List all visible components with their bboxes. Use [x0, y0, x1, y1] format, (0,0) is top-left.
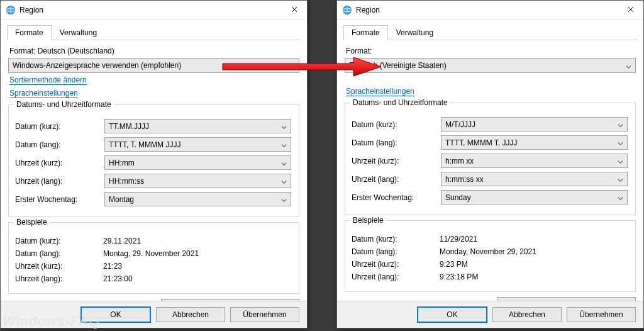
- date-short-value: M/T/JJJJ: [445, 120, 614, 129]
- time-long-label: Uhrzeit (lang):: [352, 175, 440, 184]
- close-icon: [291, 6, 297, 14]
- first-weekday-value: Montag: [109, 195, 277, 204]
- first-weekday-label: Erster Wochentag:: [352, 193, 440, 202]
- date-long-value: TTTT, T. MMMM JJJJ: [109, 140, 277, 149]
- chevron-down-icon: [281, 178, 287, 184]
- chevron-down-icon: [281, 123, 287, 129]
- chevron-down-icon: [618, 158, 623, 164]
- group-legend: Datums- und Uhrzeitformate: [14, 100, 114, 109]
- format-label: Format: Deutsch (Deutschland): [9, 47, 298, 55]
- date-long-value: TTTT, MMMM T, JJJJ: [445, 138, 614, 147]
- ex-time-short-label: Uhrzeit (kurz):: [15, 262, 103, 271]
- time-short-value: HH:mm: [109, 159, 277, 167]
- date-short-dropdown[interactable]: TT.MM.JJJJ: [104, 119, 291, 133]
- dialog-footer: OK Abbrechen Übernehmen: [1, 301, 307, 328]
- time-short-dropdown[interactable]: h:mm xx: [441, 154, 628, 168]
- format-dropdown-value: Englisch (Vereinigte Staaten): [349, 61, 622, 70]
- window-title: Region: [19, 6, 43, 14]
- cancel-button[interactable]: Abbrechen: [492, 307, 562, 322]
- cancel-button[interactable]: Abbrechen: [156, 307, 225, 322]
- ex-date-short-label: Datum (kurz):: [15, 237, 103, 245]
- first-weekday-value: Sunday: [445, 193, 614, 202]
- globe-icon: [6, 5, 16, 15]
- ex-date-long-value: Montag, 29. November 2021: [103, 249, 199, 258]
- date-short-label: Datum (kurz):: [352, 120, 440, 129]
- ex-time-short-value: 9:23 PM: [440, 260, 468, 269]
- examples-legend: Beispiele: [14, 218, 50, 227]
- date-short-dropdown[interactable]: M/T/JJJJ: [441, 117, 628, 132]
- group-legend: Datums- und Uhrzeitformate: [350, 98, 450, 107]
- examples-legend: Beispiele: [350, 216, 386, 225]
- date-short-label: Datum (kurz):: [15, 122, 103, 131]
- apply-button[interactable]: Übernehmen: [230, 307, 299, 322]
- time-long-label: Uhrzeit (lang):: [15, 177, 103, 186]
- chevron-down-icon: [281, 196, 287, 202]
- ex-time-long-label: Uhrzeit (lang):: [15, 274, 103, 283]
- ex-date-short-label: Datum (kurz):: [352, 235, 440, 244]
- close-button[interactable]: [282, 1, 307, 20]
- time-long-value: h:mm:ss xx: [445, 175, 614, 184]
- chevron-down-icon: [281, 142, 287, 147]
- close-icon: [628, 6, 634, 14]
- ok-button[interactable]: OK: [417, 306, 487, 323]
- sort-method-link[interactable]: Sortiermethode ändern: [9, 76, 87, 85]
- format-label: Format:: [346, 47, 635, 55]
- format-dropdown[interactable]: Windows-Anzeigesprache verwenden (empfoh…: [8, 58, 299, 73]
- time-short-label: Uhrzeit (kurz):: [352, 157, 440, 166]
- chevron-down-icon: [626, 63, 631, 69]
- first-weekday-dropdown[interactable]: Montag: [104, 192, 291, 206]
- time-short-label: Uhrzeit (kurz):: [15, 159, 103, 167]
- examples-group: Beispiele Datum (kurz):11/29/2021 Datum …: [345, 220, 636, 292]
- date-long-label: Datum (lang):: [15, 140, 103, 149]
- titlebar[interactable]: Region: [1, 1, 307, 20]
- time-long-dropdown[interactable]: h:mm:ss xx: [441, 172, 628, 186]
- ex-time-long-value: 21:23:00: [103, 274, 133, 283]
- ex-date-short-value: 11/29/2021: [440, 235, 477, 244]
- close-button[interactable]: [618, 1, 643, 20]
- region-window-right: Region Formate Verwaltung Format: Englis…: [336, 0, 644, 328]
- first-weekday-dropdown[interactable]: Sunday: [441, 190, 628, 205]
- dialog-footer: OK Abbrechen Übernehmen: [337, 301, 643, 328]
- tab-formats[interactable]: Formate: [7, 25, 52, 40]
- chevron-down-icon: [618, 121, 623, 127]
- date-long-dropdown[interactable]: TTTT, T. MMMM JJJJ: [104, 137, 291, 152]
- globe-icon: [342, 5, 352, 15]
- ex-date-long-label: Datum (lang):: [352, 247, 440, 256]
- chevron-down-icon: [618, 194, 623, 200]
- ex-time-long-value: 9:23:18 PM: [440, 272, 478, 281]
- format-dropdown-value: Windows-Anzeigesprache verwenden (empfoh…: [13, 61, 286, 70]
- first-weekday-label: Erster Wochentag:: [15, 195, 103, 204]
- time-long-dropdown[interactable]: HH:mm:ss: [104, 174, 291, 188]
- region-window-left: Region Formate Verwaltung Format: Deutsc…: [0, 0, 308, 328]
- date-long-dropdown[interactable]: TTTT, MMMM T, JJJJ: [441, 135, 628, 150]
- date-short-value: TT.MM.JJJJ: [109, 122, 277, 131]
- date-time-formats-group: Datums- und Uhrzeitformate Datum (kurz):…: [345, 103, 636, 215]
- language-settings-link[interactable]: Spracheinstellungen: [346, 87, 414, 96]
- date-long-label: Datum (lang):: [352, 138, 440, 147]
- format-dropdown[interactable]: Englisch (Vereinigte Staaten): [345, 58, 636, 73]
- ok-button[interactable]: OK: [80, 306, 151, 323]
- apply-button[interactable]: Übernehmen: [567, 307, 636, 322]
- tab-admin[interactable]: Verwaltung: [388, 25, 441, 40]
- chevron-down-icon: [618, 140, 623, 145]
- time-short-value: h:mm xx: [445, 157, 614, 166]
- ex-time-long-label: Uhrzeit (lang):: [352, 272, 440, 281]
- tab-admin[interactable]: Verwaltung: [52, 25, 105, 40]
- time-long-value: HH:mm:ss: [109, 177, 277, 186]
- language-settings-link[interactable]: Spracheinstellungen: [9, 89, 78, 98]
- ex-date-long-value: Monday, November 29, 2021: [440, 247, 536, 256]
- time-short-dropdown[interactable]: HH:mm: [104, 155, 291, 170]
- examples-group: Beispiele Datum (kurz):29.11.2021 Datum …: [8, 222, 299, 294]
- titlebar[interactable]: Region: [337, 1, 643, 20]
- tab-formats[interactable]: Formate: [343, 25, 388, 40]
- tabstrip: Formate Verwaltung: [343, 25, 637, 40]
- ex-date-long-label: Datum (lang):: [15, 249, 103, 258]
- tabstrip: Formate Verwaltung: [7, 25, 301, 40]
- chevron-down-icon: [618, 176, 623, 182]
- ex-time-short-label: Uhrzeit (kurz):: [352, 260, 440, 269]
- chevron-down-icon: [289, 63, 295, 69]
- ex-date-short-value: 29.11.2021: [103, 237, 141, 245]
- ex-time-short-value: 21:23: [103, 262, 122, 271]
- window-title: Region: [356, 6, 380, 14]
- chevron-down-icon: [281, 160, 287, 166]
